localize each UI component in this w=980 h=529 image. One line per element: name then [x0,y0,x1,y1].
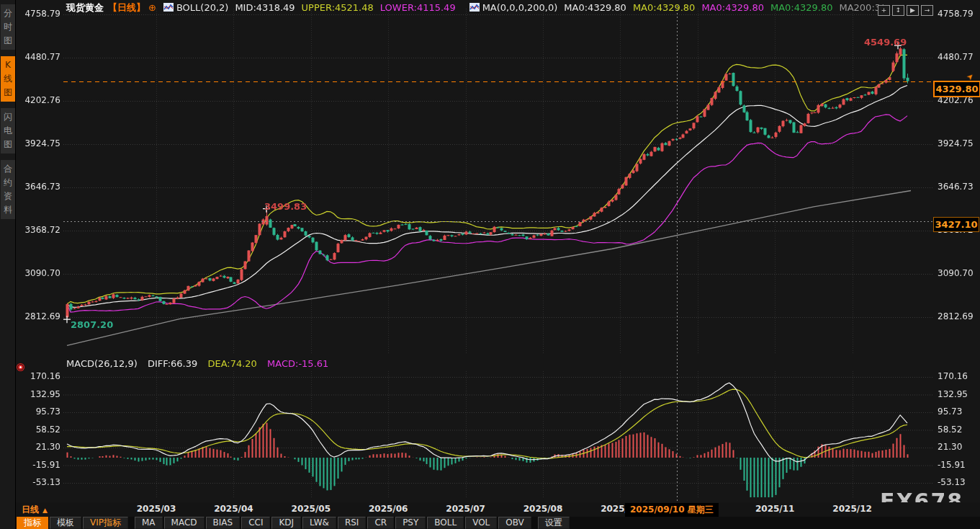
candlestick-chart-canvas[interactable] [0,0,980,529]
toolbar-button-模板[interactable]: 模板 [50,517,81,529]
price-axis-left-label: 3646.73 [14,182,60,192]
macd-axis-left-label: -53.13 [14,477,60,487]
pane-marker-icon[interactable] [17,363,24,371]
month-label: 2025/11 [755,504,794,514]
sidebar-tab-3[interactable]: 闪 电 图 [1,108,15,154]
crosshair-price-label: 3427.10 [933,217,979,232]
scale-vertical-icon[interactable]: ↕ [892,5,904,16]
left-sidebar: 分 时 图K 线 图闪 电 图合 约 资 料 [0,0,16,529]
macd-axis-right-label: 170.16 [938,371,968,381]
macd-axis-right-label: 132.95 [938,389,968,399]
sidebar-tab-2[interactable]: K 线 图 [1,56,15,102]
symbol-title: 现货黄金 [66,2,104,13]
sidebar-tab-1[interactable]: 分 时 图 [1,4,15,50]
ma_items-item: MA0:4329.80 [701,2,764,13]
macd-legend: MACD(26,12,9) DIFF:66.39 DEA:74.20 MACD:… [66,358,336,369]
price-axis-left-label: 3368.72 [14,225,60,235]
period-tag: 【日线】 [108,2,145,13]
toolbar-button-VOL[interactable]: VOL [465,517,497,529]
price-axis-right-label: 3924.75 [938,138,974,148]
december-high-annotation: 4549.69 [864,37,907,48]
add-indicator-icon[interactable]: ⊕ [148,2,156,13]
move-chart-icon[interactable]: + [878,5,890,16]
start-low-annotation: 2807.20 [71,319,113,330]
toolbar-button-MA[interactable]: MA [135,517,163,529]
ma_items-item: MA(0,0,0,200,0) [482,2,558,13]
month-label: 2025/07 [446,504,485,514]
boll_items-item: BOLL(20,2) [176,2,229,13]
toolbar-button-CR[interactable]: CR [367,517,394,529]
macd-axis-left-label: 170.16 [14,371,60,381]
period-dropdown[interactable]: 日线▲ [22,504,48,516]
indicator-legend-bar: 现货黄金【日线】⊕BOLL(20,2)MID:4318.49UPPER:4521… [16,0,884,15]
price-axis-right-label: 2812.69 [938,311,974,321]
time-axis-row: 日线▲ 2025/032025/042025/052025/062025/072… [16,502,980,517]
macd-axis-left-label: -15.91 [14,460,60,470]
month-label: 2025/06 [369,504,408,514]
toolbar-button-BOLL[interactable]: BOLL [427,517,464,529]
jump-to-latest-icon[interactable]: → [921,5,933,16]
macd-axis-left-label: 95.73 [14,406,60,417]
price-axis-left-label: 4202.76 [14,95,60,105]
boll-legend: BOLL(20,2)MID:4318.49UPPER:4521.48LOWER:… [176,2,462,13]
ma_items-item: MA0:4329.80 [633,2,696,13]
toolbar-button-CCI[interactable]: CCI [241,517,270,529]
macd-axis-left-label: 58.52 [14,424,60,435]
toolbar-button-OBV[interactable]: OBV [498,517,531,529]
price-axis-left-label: 3090.70 [14,268,60,278]
april-high-annotation: 3499.83 [264,201,307,212]
ma-legend: MA(0,0,0,200,0)MA0:4329.80MA0:4329.80MA0… [482,2,884,13]
toolbar-button-PSY[interactable]: PSY [395,517,426,529]
price-axis-left-label: 3924.75 [14,138,60,148]
toolbar-button-RSI[interactable]: RSI [338,517,367,529]
price-axis-right-label: 4480.77 [938,52,974,62]
price-axis-left-label: 2812.69 [14,311,60,321]
toolbar-button-VIP指标[interactable]: VIP指标 [83,517,128,529]
price-axis-left-label: 4480.77 [14,52,60,62]
month-label: 2025/05 [292,504,331,514]
month-label: 2025/03 [137,504,176,514]
macd-axis-right-label: 21.30 [938,442,962,452]
macd-axis-right-label: 95.73 [938,406,962,417]
macd-axis-right-label: -15.91 [938,460,966,470]
boll_items-item: LOWER:4115.49 [380,2,456,13]
price-axis-right-label: 4758.79 [938,9,974,19]
price-axis-right-label: 3646.73 [938,182,974,192]
price-axis-right-label: 3090.70 [938,268,974,278]
macd-axis-left-label: 132.95 [14,389,60,399]
macd-diff-value: DIFF:66.39 [148,358,197,369]
macd-axis-right-label: -53.13 [938,477,966,487]
macd-axis-left-label: 21.30 [14,442,60,452]
dropdown-arrow-icon: ▲ [42,507,48,514]
macd-axis-right-label: 58.52 [938,424,962,435]
toolbar-button-指标[interactable]: 指标 [17,517,48,529]
month-label: 2025/12 [832,504,871,514]
macd-name: MACD(26,12,9) [66,358,138,369]
chart-window-controls: +↕▶→ [876,1,933,16]
toolbar-button-BIAS[interactable]: BIAS [206,517,240,529]
mini-chart-icon[interactable] [163,3,174,12]
toolbar-button-设置[interactable]: 设置 [538,517,570,529]
toolbar-button-LW&[interactable]: LW& [302,517,336,529]
sidebar-tab-4[interactable]: 合 约 资 料 [1,160,15,219]
month-label: 2025/08 [523,504,562,514]
boll_items-item: UPPER:4521.48 [302,2,374,13]
indicator-toolbar: 指标模板VIP指标MAMACDBIASCCIKDJLW&RSICRPSYBOLL… [16,517,980,529]
autoplay-icon[interactable]: ▶ [907,5,919,16]
month-label: 2025/04 [214,504,253,514]
crosshair-date-tooltip: 2025/09/10 星期三 [625,503,719,517]
macd-value: MACD:-15.61 [267,358,328,369]
ma_items-item: MA0:4329.80 [770,2,833,13]
trading-app: 分 时 图K 线 图闪 电 图合 约 资 料 现货黄金【日线】⊕BOLL(20,… [0,0,980,529]
ma_items-item: MA0:4329.80 [564,2,626,13]
mini-chart-icon[interactable] [469,3,480,12]
toolbar-button-MACD[interactable]: MACD [164,517,204,529]
current-price-label: 4329.80 [933,81,980,97]
macd-dea-value: DEA:74.20 [207,358,257,369]
toolbar-button-KDJ[interactable]: KDJ [271,517,301,529]
boll_items-item: MID:4318.49 [235,2,295,13]
